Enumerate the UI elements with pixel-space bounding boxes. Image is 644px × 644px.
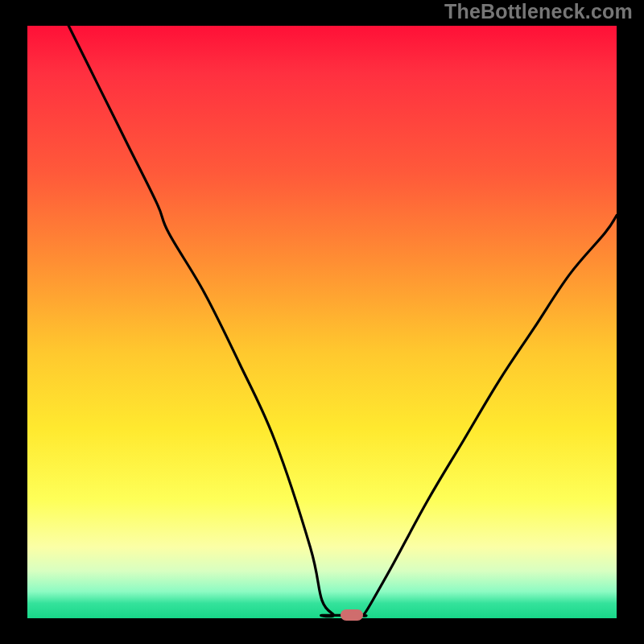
chart-frame: TheBottleneck.com bbox=[0, 0, 644, 644]
bottleneck-curve bbox=[27, 26, 617, 618]
curve-path bbox=[68, 26, 617, 617]
plot-area bbox=[27, 26, 617, 618]
watermark-text: TheBottleneck.com bbox=[444, 0, 633, 23]
minimum-marker bbox=[341, 609, 363, 621]
